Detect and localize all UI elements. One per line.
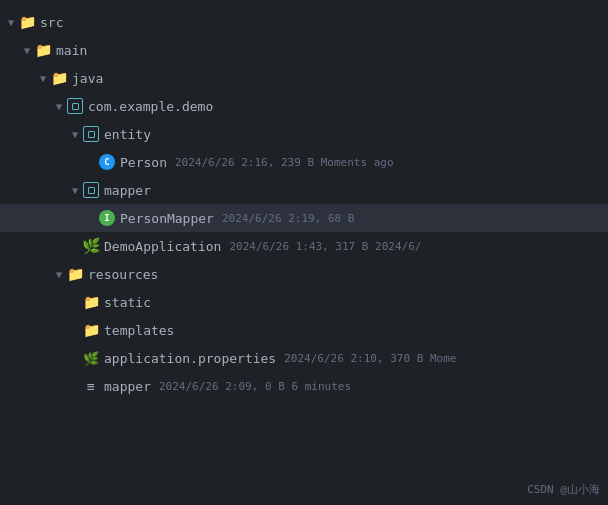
item-label: DemoApplication	[104, 239, 221, 254]
item-label: src	[40, 15, 63, 30]
item-label: mapper	[104, 379, 151, 394]
chevron-icon: ▼	[68, 126, 82, 142]
file-icon: I	[98, 209, 116, 227]
item-meta: 2024/6/26 2:10, 370 B Mome	[284, 352, 456, 365]
item-label: application.properties	[104, 351, 276, 366]
chevron-icon	[68, 378, 82, 394]
file-icon: 📁	[50, 69, 68, 87]
tree-item-com.example.demo[interactable]: ▼ com.example.demo	[0, 92, 608, 120]
file-icon: 📁	[18, 13, 36, 31]
file-icon	[82, 125, 100, 143]
tree-item-mapper-xml[interactable]: ≡ mapper 2024/6/26 2:09, 0 B 6 minutes	[0, 372, 608, 400]
item-label: PersonMapper	[120, 211, 214, 226]
item-label: mapper	[104, 183, 151, 198]
chevron-icon	[68, 294, 82, 310]
tree-item-application.properties[interactable]: 🌿 application.properties 2024/6/26 2:10,…	[0, 344, 608, 372]
chevron-icon: ▼	[20, 42, 34, 58]
item-label: templates	[104, 323, 174, 338]
chevron-icon: ▼	[36, 70, 50, 86]
tree-item-DemoApplication[interactable]: 🌿 DemoApplication 2024/6/26 1:43, 317 B …	[0, 232, 608, 260]
item-meta: 2024/6/26 1:43, 317 B 2024/6/	[229, 240, 421, 253]
file-icon: C	[98, 153, 116, 171]
watermark: CSDN @山小海	[527, 482, 600, 497]
item-meta: 2024/6/26 2:09, 0 B 6 minutes	[159, 380, 351, 393]
item-label: resources	[88, 267, 158, 282]
chevron-icon: ▼	[4, 14, 18, 30]
tree-item-static[interactable]: 📁 static	[0, 288, 608, 316]
item-label: entity	[104, 127, 151, 142]
item-label: java	[72, 71, 103, 86]
file-icon	[66, 97, 84, 115]
tree-item-java[interactable]: ▼ 📁 java	[0, 64, 608, 92]
item-meta: 2024/6/26 2:19, 68 B	[222, 212, 354, 225]
item-label: com.example.demo	[88, 99, 213, 114]
tree-item-src[interactable]: ▼ 📁 src	[0, 8, 608, 36]
chevron-icon	[68, 350, 82, 366]
tree-item-PersonMapper[interactable]: I PersonMapper 2024/6/26 2:19, 68 B	[0, 204, 608, 232]
item-label: Person	[120, 155, 167, 170]
file-icon	[82, 181, 100, 199]
file-icon: 🌿	[82, 237, 100, 255]
file-icon: ≡	[82, 377, 100, 395]
item-label: static	[104, 295, 151, 310]
item-label: main	[56, 43, 87, 58]
tree-item-Person[interactable]: C Person 2024/6/26 2:16, 239 B Moments a…	[0, 148, 608, 176]
file-icon: 📁	[82, 321, 100, 339]
file-icon: 📁	[66, 265, 84, 283]
item-meta: 2024/6/26 2:16, 239 B Moments ago	[175, 156, 394, 169]
chevron-icon	[68, 322, 82, 338]
tree-item-mapper-pkg[interactable]: ▼ mapper	[0, 176, 608, 204]
chevron-icon: ▼	[52, 98, 66, 114]
file-icon: 📁	[34, 41, 52, 59]
chevron-icon: ▼	[68, 182, 82, 198]
file-icon: 📁	[82, 293, 100, 311]
tree-item-main[interactable]: ▼ 📁 main	[0, 36, 608, 64]
tree-item-entity[interactable]: ▼ entity	[0, 120, 608, 148]
chevron-icon: ▼	[52, 266, 66, 282]
chevron-icon	[84, 154, 98, 170]
chevron-icon	[84, 210, 98, 226]
tree-item-templates[interactable]: 📁 templates	[0, 316, 608, 344]
chevron-icon	[68, 238, 82, 254]
file-icon: 🌿	[82, 349, 100, 367]
file-tree: ▼ 📁 src ▼ 📁 main ▼ 📁 java ▼ com.example.…	[0, 0, 608, 408]
tree-item-resources[interactable]: ▼ 📁 resources	[0, 260, 608, 288]
